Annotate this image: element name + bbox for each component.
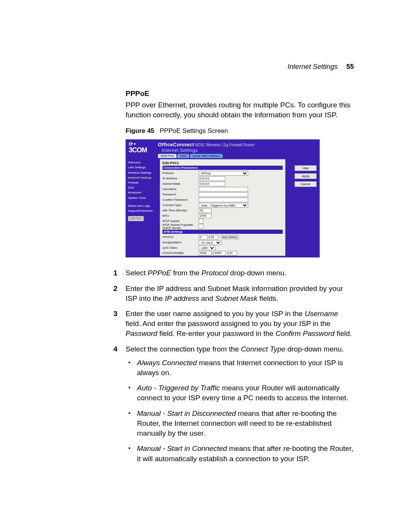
qos-class-select[interactable]: UBR xyxy=(199,246,215,250)
settings-panel: Edit PVC1 Connection Parameters Protocol… xyxy=(160,159,285,256)
ipcp-dhcp-label: IPCP Subnet Populate DHCP Server xyxy=(162,224,199,230)
bullet-auto-traffic: Auto - Triggered by Traffic means your R… xyxy=(137,383,354,403)
encap-select[interactable]: VC MUX xyxy=(199,240,221,245)
encap-label: Encapsulation xyxy=(162,241,199,244)
pcr-label: PCR/SCR/MBS xyxy=(162,251,199,255)
intro-paragraph: PPP over Ethernet, provides routing for … xyxy=(126,100,354,120)
edit-pvc-title: Edit PVC1 xyxy=(162,161,283,165)
bullets-list: Always Connected means that Internet con… xyxy=(126,358,354,464)
qos-class-label: QoS Class xyxy=(162,246,199,249)
idle-time-label: Idle Time (Minute) xyxy=(162,209,199,212)
mbs-input[interactable] xyxy=(228,251,237,256)
bullet-always-connected: Always Connected means that Internet con… xyxy=(137,358,354,378)
tabs: ATM PVC DNS Clone MAC Address xyxy=(158,154,223,158)
sidebar-item-advanced[interactable]: Advanced xyxy=(128,190,158,195)
figure-caption: Figure 45 PPPoE Settings Screen xyxy=(126,127,354,135)
content: PPPoE PPP over Ethernet, provides routin… xyxy=(126,89,354,464)
idle-time-input[interactable] xyxy=(199,208,212,213)
connect-type-label: Connect Type xyxy=(162,203,199,207)
sidebar-item-lan[interactable]: LAN Settings xyxy=(128,165,158,169)
sidebar-item-status[interactable]: Status and Logs xyxy=(128,204,158,208)
bullet-manual-disconnected: Manual - Start in Disconnected means tha… xyxy=(137,409,354,439)
connect-type-select[interactable]: Auto - Triggered by traffic xyxy=(199,203,248,208)
ip-label: IP Address xyxy=(162,177,199,180)
auto-search-button[interactable]: Auto Search xyxy=(221,235,239,239)
connection-params-bar: Connection Parameters xyxy=(162,166,283,170)
password-label: Password xyxy=(162,193,199,196)
heading-pppoe: PPPoE xyxy=(126,89,354,98)
sidebar-item-system-tools[interactable]: System Tools xyxy=(128,196,158,200)
header-section: Internet Settings xyxy=(288,63,338,70)
logout-button[interactable]: LOG OUT xyxy=(128,216,144,221)
action-buttons: Help Apply Cancel xyxy=(295,165,317,187)
ipcp-subnet-checkbox[interactable] xyxy=(199,219,204,224)
brand-sub: ADSL Wireless 11g Firewall Router xyxy=(195,143,255,147)
sidebar-item-wireless[interactable]: Wireless Settings xyxy=(128,171,158,175)
sidebar: Welcome LAN Settings Wireless Settings I… xyxy=(128,160,158,221)
sidebar-item-qos[interactable]: QoS xyxy=(128,185,158,190)
screenshot: ⟳ • 3COM OfficeConnect ADSL Wireless 11g… xyxy=(126,139,320,257)
running-header: Internet Settings 55 xyxy=(288,63,354,71)
tab-dns[interactable]: DNS xyxy=(177,154,189,158)
subnet-input[interactable] xyxy=(199,182,225,186)
topbar: OfficeConnect ADSL Wireless 11g Firewall… xyxy=(158,142,320,147)
step-4: Select the connection type from the Conn… xyxy=(113,344,354,464)
logo-text: 3COM xyxy=(129,146,147,154)
bullet-manual-connected: Manual - Start in Connected means that a… xyxy=(137,444,354,463)
step-2: Enter the IP address and Subnet Mask inf… xyxy=(113,284,354,304)
logo-3com: ⟳ • 3COM xyxy=(129,141,156,154)
tab-clone-mac[interactable]: Clone MAC Address xyxy=(190,154,223,158)
sidebar-item-welcome[interactable]: Welcome xyxy=(128,160,158,165)
subnet-label: Subnet Mask xyxy=(162,182,199,185)
vci-input[interactable] xyxy=(209,235,218,240)
mtu-input[interactable] xyxy=(199,214,212,218)
section-title: Internet Settings xyxy=(162,148,198,153)
tab-atm-pvc[interactable]: ATM PVC xyxy=(158,154,177,158)
figure-caption-text: PPPoE Settings Screen xyxy=(160,127,228,134)
step-1: Select PPPoE from the Protocol drop-down… xyxy=(113,268,354,278)
help-button[interactable]: Help xyxy=(295,165,317,171)
logo-swirl-icon: ⟳ • xyxy=(129,141,156,146)
scr-input[interactable] xyxy=(213,251,226,256)
vpivci-label: VPI/VCI xyxy=(162,235,199,239)
pcr-input[interactable] xyxy=(199,251,212,256)
confirm-password-input[interactable] xyxy=(199,198,248,202)
apply-button[interactable]: Apply xyxy=(295,173,317,179)
steps-list: Select PPPoE from the Protocol drop-down… xyxy=(113,268,354,464)
username-label: Username xyxy=(162,187,199,191)
step-3: Enter the user name assigned to you by y… xyxy=(113,309,354,339)
vpi-input[interactable] xyxy=(199,235,208,240)
ipcp-dhcp-checkbox[interactable] xyxy=(199,224,204,229)
sidebar-item-internet[interactable]: Internet Settings xyxy=(128,176,158,180)
cancel-button[interactable]: Cancel xyxy=(295,181,317,187)
password-input[interactable] xyxy=(199,192,248,197)
username-input[interactable] xyxy=(199,187,248,192)
figure-label: Figure 45 xyxy=(126,127,155,134)
mtu-label: MTU xyxy=(162,214,199,217)
sidebar-item-support[interactable]: Support/Feedback xyxy=(128,209,158,213)
protocol-label: Protocol xyxy=(162,171,199,175)
atm-settings-bar: ATM Settings xyxy=(162,230,283,234)
brand: OfficeConnect xyxy=(158,142,194,147)
sidebar-item-firewall[interactable]: Firewall xyxy=(128,181,158,185)
ip-input[interactable] xyxy=(199,176,225,181)
page-number: 55 xyxy=(346,63,354,70)
page: Internet Settings 55 PPPoE PPP over Ethe… xyxy=(0,0,411,532)
ipcp-subnet-label: IPCP subnet xyxy=(162,219,199,223)
confirm-password-label: Confirm Password xyxy=(162,198,199,201)
protocol-select[interactable]: PPPoE xyxy=(199,171,248,176)
